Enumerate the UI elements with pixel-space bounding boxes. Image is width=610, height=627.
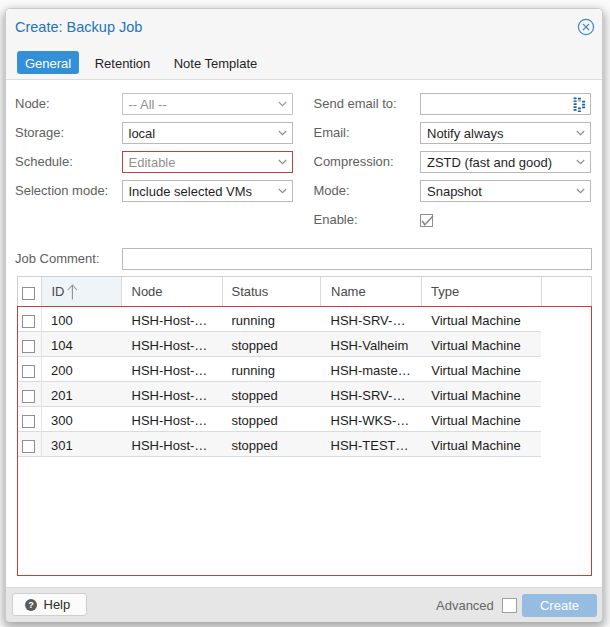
svg-text:?: ? [28, 600, 34, 610]
